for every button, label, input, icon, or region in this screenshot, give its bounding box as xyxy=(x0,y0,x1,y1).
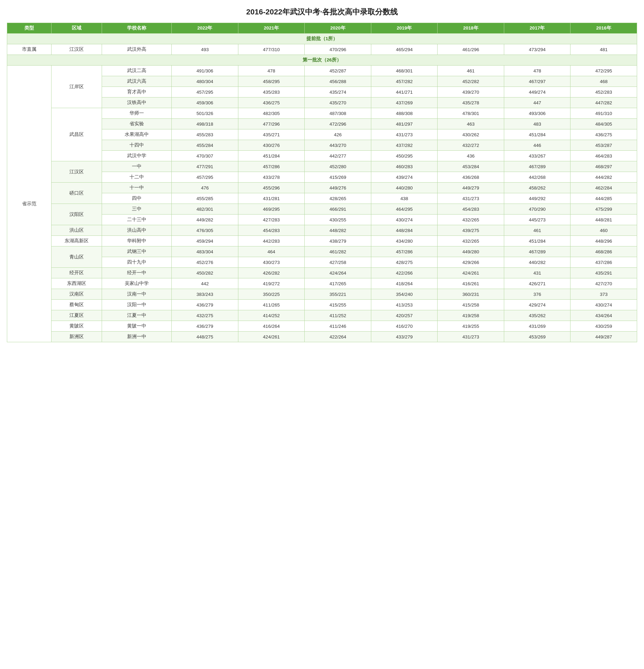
cell-school: 经开一中 xyxy=(102,268,172,278)
cell-score: 442/268 xyxy=(504,172,570,183)
cell-score: 478 xyxy=(238,66,305,76)
cell-score: 436/268 xyxy=(438,172,504,183)
table-row: 青山区武钢三中483/304464461/282457/286449/28046… xyxy=(7,246,637,257)
cell-score: 457/295 xyxy=(172,172,238,183)
cell-score: 433/279 xyxy=(371,332,438,342)
cell-score: 445/273 xyxy=(504,215,570,225)
cell-school: 武汉六高 xyxy=(102,76,172,87)
cell-score: 435/270 xyxy=(305,97,371,108)
cell-score: 448/275 xyxy=(172,332,238,342)
cell-score: 461/282 xyxy=(305,246,371,257)
cell-score: 452/287 xyxy=(305,66,371,76)
cell-score: 430/274 xyxy=(570,300,637,310)
cell-score: 434/280 xyxy=(371,236,438,246)
cell-school: 育才高中 xyxy=(102,87,172,97)
cell-score: 435/274 xyxy=(305,87,371,97)
cell-score: 355/221 xyxy=(305,289,371,300)
cell-score: 450/295 xyxy=(371,151,438,161)
cell-region: 东西湖区 xyxy=(52,278,102,289)
cell-score: 469/295 xyxy=(238,204,305,215)
cell-score: 463 xyxy=(438,119,504,129)
cell-region: 经开区 xyxy=(52,268,102,278)
col-2021: 2021年 xyxy=(238,23,305,34)
cell-score: 449/279 xyxy=(438,183,504,193)
table-header-row: 类型 区域 学校名称 2022年 2021年 2020年 2019年 2018年… xyxy=(7,23,637,34)
cell-score: 437/286 xyxy=(570,257,637,268)
cell-region: 江汉区 xyxy=(52,161,102,183)
table-row: 新洲区新洲一中448/275424/261422/264433/279431/2… xyxy=(7,332,637,342)
cell-school: 华科附中 xyxy=(102,236,172,246)
cell-score: 419/258 xyxy=(438,310,504,321)
cell-region: 蔡甸区 xyxy=(52,300,102,310)
cell-score: 448/282 xyxy=(305,225,371,236)
cell-score: 470/290 xyxy=(504,204,570,215)
cell-score: 360/231 xyxy=(438,289,504,300)
cell-score: 468/301 xyxy=(371,66,438,76)
cell-school: 武汉中学 xyxy=(102,151,172,161)
cell-score: 436/275 xyxy=(238,97,305,108)
cell-score: 476 xyxy=(172,183,238,193)
section-header: 第一批次（26所） xyxy=(7,55,637,66)
cell-score: 478/301 xyxy=(438,108,504,119)
cell-score: 453/284 xyxy=(438,161,504,172)
cell-score: 468 xyxy=(570,76,637,87)
cell-score: 435/283 xyxy=(238,87,305,97)
cell-score: 411/265 xyxy=(238,300,305,310)
cell-score: 418/264 xyxy=(371,278,438,289)
cell-score: 442/283 xyxy=(238,236,305,246)
section-title: 第一批次（26所） xyxy=(7,55,637,66)
cell-score: 449/282 xyxy=(172,215,238,225)
cell-score: 457/286 xyxy=(371,246,438,257)
cell-score: 430/262 xyxy=(438,129,504,140)
cell-score: 451/284 xyxy=(504,129,570,140)
cell-region: 东湖高新区 xyxy=(52,236,102,246)
cell-score: 477/296 xyxy=(238,119,305,129)
cell-score: 354/240 xyxy=(371,289,438,300)
cell-score: 431/273 xyxy=(371,129,438,140)
cell-score: 438 xyxy=(371,193,438,204)
cell-score: 454/283 xyxy=(238,225,305,236)
cell-score: 443/270 xyxy=(305,140,371,151)
cell-score: 373 xyxy=(570,289,637,300)
col-2017: 2017年 xyxy=(504,23,570,34)
cell-score: 464 xyxy=(238,246,305,257)
cell-score: 452/280 xyxy=(305,161,371,172)
cell-score: 440/280 xyxy=(371,183,438,193)
scores-table: 类型 区域 学校名称 2022年 2021年 2020年 2019年 2018年… xyxy=(7,23,637,342)
cell-score: 452/282 xyxy=(438,76,504,87)
cell-school: 汉阳一中 xyxy=(102,300,172,310)
cell-score: 460/283 xyxy=(371,161,438,172)
cell-score: 448/281 xyxy=(570,215,637,225)
cell-score: 488/308 xyxy=(371,108,438,119)
cell-score: 422/266 xyxy=(371,268,438,278)
cell-score: 416/264 xyxy=(238,321,305,332)
cell-score: 419/272 xyxy=(238,278,305,289)
cell-score: 424/261 xyxy=(238,332,305,342)
cell-score: 430/276 xyxy=(238,140,305,151)
cell-score: 424/264 xyxy=(305,268,371,278)
cell-score: 483 xyxy=(504,119,570,129)
cell-school: 武汉外高 xyxy=(102,44,172,55)
cell-score: 432/272 xyxy=(438,140,504,151)
cell-school: 华师一 xyxy=(102,108,172,119)
cell-score: 428/275 xyxy=(371,257,438,268)
cell-score: 451/284 xyxy=(504,236,570,246)
cell-score: 453/269 xyxy=(504,332,570,342)
cell-score: 434/264 xyxy=(570,310,637,321)
cell-score: 457/295 xyxy=(172,87,238,97)
cell-score: 466/291 xyxy=(305,204,371,215)
cell-region: 江夏区 xyxy=(52,310,102,321)
cell-score: 427/258 xyxy=(305,257,371,268)
cell-school: 汉铁高中 xyxy=(102,97,172,108)
cell-score: 439/274 xyxy=(371,172,438,183)
cell-score: 416/270 xyxy=(371,321,438,332)
cell-score: 476/305 xyxy=(172,225,238,236)
cell-score: 436/279 xyxy=(172,321,238,332)
cell-score: 431/273 xyxy=(438,193,504,204)
cell-score: 465/294 xyxy=(371,44,438,55)
col-2016: 2016年 xyxy=(570,23,637,34)
cell-score: 449/276 xyxy=(305,183,371,193)
cell-score: 414/252 xyxy=(238,310,305,321)
cell-score: 438/279 xyxy=(305,236,371,246)
cell-score: 451/284 xyxy=(238,151,305,161)
